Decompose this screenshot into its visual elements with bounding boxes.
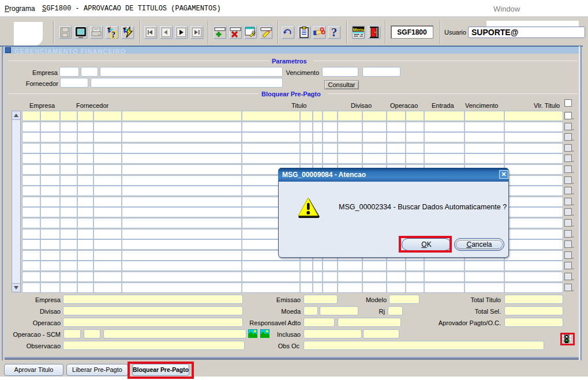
svg-text:?: ? — [111, 31, 115, 39]
svg-text:Menu: Menu — [353, 27, 365, 32]
